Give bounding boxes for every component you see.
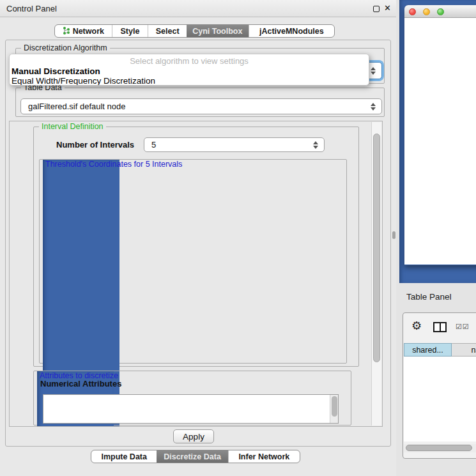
combo-arrows-icon [371, 103, 376, 111]
attributes-fieldset: Attributes to discretize Numerical Attri… [33, 371, 351, 426]
table-data-combobox[interactable]: galFiltered.sif default node [20, 98, 382, 114]
network-icon [63, 27, 70, 35]
tab-discretize-data[interactable]: Discretize Data [157, 450, 227, 463]
tab-select[interactable]: Select [148, 25, 187, 37]
tab-style[interactable]: Style [112, 25, 148, 37]
network-canvas[interactable] [404, 18, 476, 265]
combo-value: galFiltered.sif default node [21, 102, 125, 111]
tab-label: jActiveMNodules [259, 27, 324, 36]
horizontal-scrollbar[interactable] [404, 444, 476, 452]
table-header-row: shared... na [404, 343, 476, 357]
tab-impute-data[interactable]: Impute Data [91, 450, 157, 463]
tab-label: Discretize Data [164, 452, 221, 461]
scrollbar-thumb[interactable] [373, 134, 380, 362]
algorithm-dropdown-popup: Select algorithm to view settings Manual… [9, 54, 369, 86]
tab-label: Cyni Toolbox [192, 27, 242, 36]
tab-cyni-toolbox[interactable]: Cyni Toolbox [187, 25, 249, 37]
tab-label: Infer Network [238, 452, 289, 461]
network-window-titlebar [404, 5, 476, 18]
dropdown-hint[interactable]: Select algorithm to view settings [10, 56, 369, 66]
network-view-window [404, 5, 476, 265]
vertical-scrollbar[interactable] [371, 122, 381, 426]
screen: Control Panel ✕ Network Style Select Cyn… [0, 0, 476, 476]
close-icon[interactable]: ✕ [384, 3, 391, 13]
cyni-toolbox-panel: Discretization Algorithm Table Data galF… [5, 40, 391, 447]
table-panel-card: ⚙ ☑☑ shared... na [403, 312, 476, 459]
top-tab-bar: Network Style Select Cyni Toolbox jActiv… [54, 24, 335, 38]
spinner-value: 5 [144, 140, 156, 150]
bottom-tab-bar: Impute Data Discretize Data Infer Networ… [91, 450, 300, 463]
scrollbar-thumb[interactable] [406, 445, 472, 451]
zoom-traffic-light-icon[interactable] [437, 8, 444, 15]
tab-label: Impute Data [101, 452, 147, 461]
tab-label: Style [121, 27, 140, 36]
numerical-attributes-list[interactable] [43, 394, 339, 424]
select-columns-icon[interactable]: ☑☑ [456, 323, 470, 331]
right-column: Table Panel ⚙ ☑☑ shared... na [396, 0, 476, 476]
numerical-attributes-label: Numerical Attributes [40, 379, 121, 388]
apply-button[interactable]: Apply [173, 429, 214, 443]
panel-title: Control Panel [6, 4, 57, 13]
gear-icon[interactable]: ⚙ [411, 319, 422, 332]
table-data-fieldset: Table Data galFiltered.sif default node [15, 88, 385, 117]
minimize-traffic-light-icon[interactable] [423, 8, 430, 15]
panel-resize-handle[interactable] [392, 231, 395, 239]
num-intervals-spinner[interactable]: 5 [144, 137, 325, 152]
thresholds-fieldset: Threshold's Coordinates for 5 Intervals [39, 159, 347, 364]
column-layout-icon[interactable] [433, 322, 447, 332]
tab-network[interactable]: Network [55, 25, 112, 37]
tab-label: Network [73, 27, 104, 36]
control-panel-titlebar: Control Panel ✕ [0, 0, 396, 17]
float-window-icon[interactable] [373, 6, 380, 12]
close-traffic-light-icon[interactable] [409, 8, 416, 15]
table-panel-title: Table Panel [406, 292, 452, 302]
dropdown-item-manual-discretization[interactable]: Manual Discretization [12, 66, 100, 76]
network-svg [404, 18, 476, 265]
tab-label: Select [156, 27, 180, 36]
fieldset-legend: Discretization Algorithm [21, 43, 110, 52]
combo-arrows-icon [371, 67, 376, 75]
list-scrollbar[interactable] [330, 395, 338, 423]
table-body [404, 357, 476, 441]
combo-arrows-icon [313, 141, 318, 149]
num-intervals-label: Number of Intervals [56, 140, 134, 150]
tab-infer-network[interactable]: Infer Network [228, 450, 300, 463]
settings-scrollpane: Interval Definition Number of Intervals … [9, 121, 383, 427]
column-header-name[interactable]: na [452, 343, 476, 357]
tab-jactivemnodules[interactable]: jActiveMNodules [249, 25, 334, 37]
column-header-shared-name[interactable]: shared... [404, 343, 452, 357]
network-desktop [399, 0, 476, 283]
dropdown-item-equal-width-frequency[interactable]: Equal Width/Frequency Discretization [12, 76, 155, 86]
interval-definition-fieldset: Interval Definition Number of Intervals … [33, 127, 359, 367]
fieldset-legend: Interval Definition [39, 122, 106, 131]
